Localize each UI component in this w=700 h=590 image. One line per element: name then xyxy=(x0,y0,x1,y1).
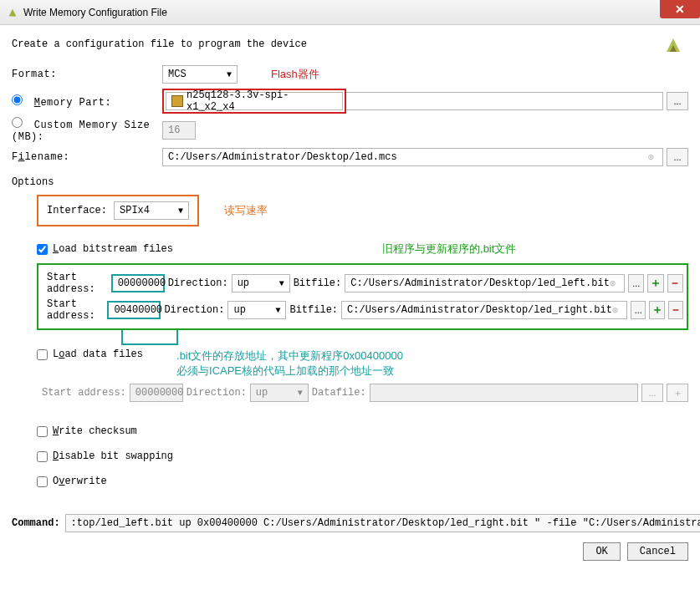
annotation-rate: 读写速率 xyxy=(224,203,268,218)
chip-icon xyxy=(171,95,183,107)
memory-part-browse-button[interactable]: ... xyxy=(667,92,688,110)
add-row-button[interactable]: ＋ xyxy=(649,301,664,319)
custom-size-label: Custom Memory Size (MB): xyxy=(12,120,150,143)
overwrite-label: Overwrite xyxy=(53,476,107,487)
start-address-label: Start address: xyxy=(47,272,108,295)
memory-part-radio-row[interactable]: Memory Part: xyxy=(12,94,162,109)
direction-select-1[interactable]: up▼ xyxy=(227,301,286,319)
annotation-bitfiles: 旧程序与更新程序的,bit文件 xyxy=(382,242,516,257)
clear-icon[interactable]: ⊗ xyxy=(610,277,619,290)
datafile-input xyxy=(370,384,638,402)
custom-size-radio[interactable] xyxy=(12,117,23,128)
cancel-button[interactable]: Cancel xyxy=(627,542,688,561)
format-label: Format: xyxy=(12,69,162,80)
overwrite-checkbox[interactable] xyxy=(37,476,48,487)
options-heading: Options xyxy=(12,176,688,188)
format-select[interactable]: MCS ▼ xyxy=(162,65,238,84)
bitfile-browse-1[interactable]: ... xyxy=(631,301,646,319)
annotation-addr1: .bit文件的存放地址，其中更新程序0x00400000 xyxy=(176,348,403,364)
load-bitstream-checkbox[interactable] xyxy=(37,244,48,255)
brand-logo-icon xyxy=(663,35,683,55)
bitrow-1: Start address: 00400000 Direction: up▼ B… xyxy=(47,298,683,322)
memory-part-value: n25q128-3.3v-spi-x1_x2_x4 xyxy=(186,89,337,113)
data-direction-select: up▼ xyxy=(250,384,309,402)
data-start-label: Start address: xyxy=(42,387,126,399)
disable-swap-label: Disable bit swapping xyxy=(53,450,173,462)
data-direction-label: Direction: xyxy=(186,387,247,399)
command-input[interactable]: :top/led_left.bit up 0x00400000 C:/Users… xyxy=(65,514,700,532)
start-address-label: Start address: xyxy=(47,298,104,322)
custom-size-input: 16 xyxy=(162,121,196,140)
load-data-checkbox[interactable] xyxy=(37,349,48,360)
window-title: Write Memory Configuration File xyxy=(23,7,167,18)
bitfile-input-0[interactable]: C:/Users/Administrator/Desktop/led_left.… xyxy=(345,274,625,292)
remove-row-button[interactable]: － xyxy=(667,274,683,292)
svg-marker-0 xyxy=(9,8,17,16)
add-datarow-button: ＋ xyxy=(667,384,688,402)
command-label: Command: xyxy=(12,517,60,529)
data-start-input: 00000000 xyxy=(130,384,183,402)
remove-row-button[interactable]: － xyxy=(668,301,683,319)
format-value: MCS xyxy=(168,69,186,80)
clear-icon[interactable]: ⊗ xyxy=(648,151,657,164)
chevron-down-icon: ▼ xyxy=(178,206,183,216)
bitfile-browse-0[interactable]: ... xyxy=(628,274,644,292)
titlebar: Write Memory Configuration File ✕ xyxy=(0,0,700,25)
memory-part-radio[interactable] xyxy=(12,94,23,105)
chevron-down-icon: ▼ xyxy=(227,70,232,79)
annotation-addr2: 必须与ICAPE核的代码上加载的那个地址一致 xyxy=(176,364,403,379)
interface-label: Interface: xyxy=(47,205,107,216)
command-value: :top/led_left.bit up 0x00400000 C:/Users… xyxy=(71,517,700,529)
write-checksum-label: Write checksum xyxy=(53,425,137,437)
ok-button[interactable]: OK xyxy=(583,542,620,561)
start-address-input-0[interactable]: 00000000 xyxy=(111,274,165,292)
interface-select[interactable]: SPIx4 ▼ xyxy=(114,201,189,220)
chevron-down-icon: ▼ xyxy=(279,279,284,288)
load-bitstream-label: Load bitstream files xyxy=(53,243,173,255)
start-address-input-1[interactable]: 00400000 xyxy=(107,301,161,319)
chevron-down-icon: ▼ xyxy=(275,306,280,315)
memory-part-input[interactable]: n25q128-3.3v-spi-x1_x2_x4 xyxy=(166,92,343,110)
memory-part-label: Memory Part: xyxy=(34,97,111,109)
direction-select-0[interactable]: up▼ xyxy=(232,274,290,292)
memory-part-input-ext[interactable] xyxy=(346,92,663,110)
app-logo-icon xyxy=(7,7,18,18)
clear-icon[interactable]: ⊗ xyxy=(612,304,621,317)
subtitle: Create a configuration file to program t… xyxy=(12,33,688,60)
close-button[interactable]: ✕ xyxy=(660,0,700,18)
annotation-flash: Flash器件 xyxy=(271,67,319,82)
write-checksum-checkbox[interactable] xyxy=(37,426,48,437)
interface-value: SPIx4 xyxy=(120,205,150,216)
custom-size-value: 16 xyxy=(168,125,180,136)
filename-input[interactable]: C:/Users/Administrator/Desktop/led.mcs ⊗ xyxy=(162,148,663,166)
bitrow-0: Start address: 00000000 Direction: up▼ B… xyxy=(47,272,683,295)
custom-size-radio-row[interactable]: Custom Memory Size (MB): xyxy=(12,117,179,143)
bitfile-label: Bitfile: xyxy=(294,277,342,289)
filename-browse-button[interactable]: ... xyxy=(667,148,688,166)
bitfile-label: Bitfile: xyxy=(289,304,338,316)
direction-label: Direction: xyxy=(168,277,228,289)
load-data-label: Load data files xyxy=(53,348,143,360)
disable-swap-checkbox[interactable] xyxy=(37,451,48,462)
direction-label: Direction: xyxy=(164,304,224,316)
filename-label: Filename: xyxy=(12,151,162,163)
add-row-button[interactable]: ＋ xyxy=(647,274,663,292)
chevron-down-icon: ▼ xyxy=(298,389,303,398)
bitfile-input-1[interactable]: C:/Users/Administrator/Desktop/led_right… xyxy=(341,301,627,319)
datafile-label: Datafile: xyxy=(312,387,366,399)
filename-value: C:/Users/Administrator/Desktop/led.mcs xyxy=(168,151,397,163)
datafile-browse: ... xyxy=(641,384,663,402)
